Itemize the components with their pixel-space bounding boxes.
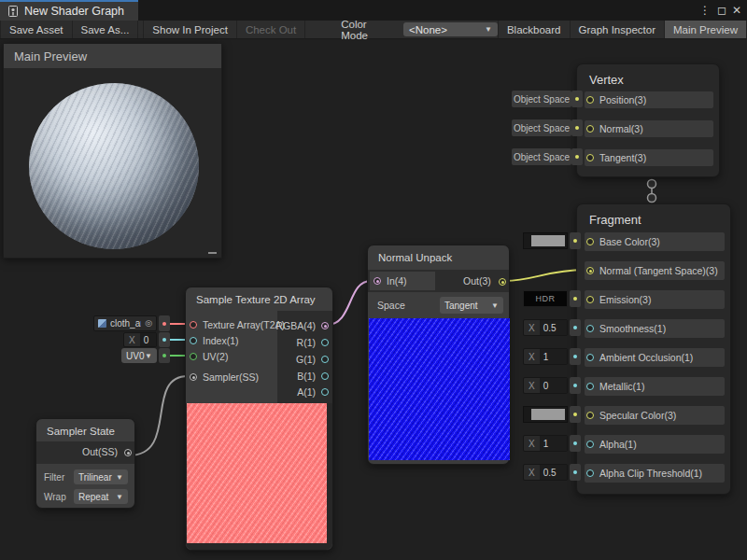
normal-unpack-title: Normal Unpack — [368, 245, 509, 270]
sampler-port[interactable] — [190, 373, 197, 381]
index-port[interactable] — [190, 337, 197, 344]
alpha-clip-stub — [570, 464, 581, 481]
chevron-down-icon: ▼ — [116, 473, 123, 482]
resize-handle[interactable] — [208, 252, 217, 254]
color-mode-dropdown[interactable]: <None> ▼ — [403, 22, 498, 36]
uv-stub — [159, 348, 170, 363]
kebab-menu-icon[interactable]: ⋮ — [697, 0, 713, 21]
emission-port[interactable] — [586, 296, 594, 303]
out-port[interactable] — [499, 278, 506, 286]
normal-space-stub — [571, 119, 583, 136]
tangent-space-selector[interactable]: Object Space — [512, 148, 571, 165]
alpha-port[interactable] — [586, 441, 594, 448]
metallic-port[interactable] — [586, 383, 594, 390]
color-mode-value: <None> — [409, 24, 447, 35]
alpha-clip-field[interactable]: X 0.5 — [523, 464, 568, 481]
ambient-occlusion-field[interactable]: X 1 — [523, 348, 568, 365]
unpack-input-in: In(4) — [370, 272, 435, 290]
position-space-selector[interactable]: Object Space — [512, 91, 571, 107]
in-port[interactable] — [374, 277, 381, 285]
uv-channel-dropdown[interactable]: UV0 ▼ — [121, 348, 157, 363]
smoothness-port[interactable] — [586, 325, 594, 332]
sample-output-a: A(1) — [297, 385, 329, 399]
graph-inspector-toggle-button[interactable]: Graph Inspector — [571, 21, 665, 38]
specular-color-port[interactable] — [586, 412, 594, 419]
ambient-occlusion-stub — [570, 348, 581, 365]
sample-input-uv: UV(2) — [190, 349, 228, 364]
normal-map-preview — [369, 318, 510, 460]
main-preview-panel: Main Preview — [3, 43, 222, 259]
alpha-field[interactable]: X 1 — [523, 435, 568, 452]
sampler-state-node[interactable]: Sampler State Out(SS) Filter Trilinear ▼… — [35, 418, 135, 509]
fragment-node[interactable]: Fragment Base Color(3) Normal (Tangent S… — [576, 203, 731, 495]
chevron-down-icon: ▼ — [145, 352, 152, 360]
space-dropdown[interactable]: Tangent ▼ — [440, 297, 503, 314]
filter-dropdown[interactable]: Trilinear ▼ — [74, 469, 128, 484]
graph-canvas[interactable]: Main Preview Vertex Position(3) Normal(3… — [0, 39, 747, 560]
sample-input-texture-array: Texture Array(T2A) — [190, 317, 285, 332]
normal-unpack-node[interactable]: Normal Unpack In(4) Out(3) Space Tangent… — [367, 245, 510, 465]
wrap-row: Wrap Repeat ▼ — [44, 488, 128, 505]
chevron-down-icon: ▼ — [485, 25, 492, 34]
vertex-node[interactable]: Vertex Position(3) Normal(3) Tangent(3) — [576, 63, 720, 177]
emission-hdr-swatch[interactable]: HDR — [523, 290, 568, 307]
emission-stub — [570, 290, 581, 307]
texture-array-stub — [159, 315, 170, 331]
fragment-slot-alpha-clip: Alpha Clip Threshold(1) — [585, 464, 725, 483]
smoothness-field[interactable]: X 0.5 — [523, 319, 568, 336]
smoothness-stub — [570, 319, 581, 336]
r-port[interactable] — [321, 339, 329, 346]
sampler-output-label: Out(SS) — [82, 446, 118, 457]
g-port[interactable] — [321, 356, 329, 363]
ambient-occlusion-port[interactable] — [586, 354, 594, 361]
position-port[interactable] — [586, 96, 594, 104]
tangent-space-stub — [571, 148, 583, 165]
preview-sphere[interactable] — [29, 83, 199, 249]
color-mode-label: Color Mode — [333, 21, 403, 38]
fragment-slot-base-color: Base Color(3) — [585, 232, 725, 251]
tab-new-shader-graph[interactable]: New Shader Graph — [0, 0, 138, 21]
texture-array-port[interactable] — [190, 321, 197, 329]
vertex-slot-tangent: Tangent(3) — [585, 149, 713, 166]
b-port[interactable] — [321, 372, 329, 380]
object-picker-icon[interactable]: ◎ — [145, 319, 152, 328]
normal-space-selector[interactable]: Object Space — [512, 119, 571, 136]
normal-port[interactable] — [586, 125, 594, 133]
normal-tangent-port[interactable] — [586, 267, 594, 274]
sample-input-sampler: Sampler(SS) — [190, 370, 259, 385]
sample-texture-2d-array-node[interactable]: Sample Texture 2D Array Texture Array(T2… — [185, 287, 333, 551]
texture-array-object-field[interactable]: cloth_array ◎ — [93, 315, 157, 331]
toolbar: Save Asset Save As... Show In Project Ch… — [0, 21, 747, 39]
chevron-down-icon: ▼ — [116, 493, 123, 501]
sampled-texture-preview — [187, 403, 327, 543]
chevron-down-icon: ▼ — [491, 301, 499, 310]
alpha-stub — [570, 435, 581, 452]
out-ss-port[interactable] — [124, 449, 132, 456]
main-preview-toggle-button[interactable]: Main Preview — [665, 21, 747, 38]
save-asset-button[interactable]: Save Asset — [0, 21, 73, 38]
wrap-dropdown[interactable]: Repeat ▼ — [74, 489, 128, 504]
tangent-port[interactable] — [586, 154, 594, 161]
main-preview-header[interactable]: Main Preview — [4, 44, 221, 68]
sample-preview-section — [186, 403, 332, 550]
sample-output-rgba: RGBA(4) — [275, 318, 329, 333]
sample-node-title: Sample Texture 2D Array — [186, 287, 332, 312]
base-color-port[interactable] — [586, 238, 594, 245]
save-as-button[interactable]: Save As... — [73, 21, 139, 38]
sampler-state-title: Sampler State — [36, 419, 134, 443]
rgba-port[interactable] — [321, 322, 329, 329]
sample-output-r: R(1) — [297, 335, 329, 350]
specular-color-swatch[interactable] — [523, 406, 568, 423]
vertex-slot-normal: Normal(3) — [585, 120, 713, 137]
index-field[interactable]: X 0 — [123, 332, 157, 347]
unpack-space-row: Space Tangent ▼ — [368, 295, 509, 315]
show-in-project-button[interactable]: Show In Project — [143, 21, 237, 38]
fragment-node-title: Fragment — [577, 204, 730, 227]
close-icon[interactable]: ✕ — [728, 0, 745, 21]
a-port[interactable] — [321, 388, 329, 396]
metallic-field[interactable]: X 0 — [523, 377, 568, 394]
uv-port[interactable] — [190, 353, 197, 360]
base-color-swatch[interactable] — [523, 232, 568, 249]
blackboard-toggle-button[interactable]: Blackboard — [498, 21, 571, 38]
alpha-clip-port[interactable] — [586, 469, 594, 477]
